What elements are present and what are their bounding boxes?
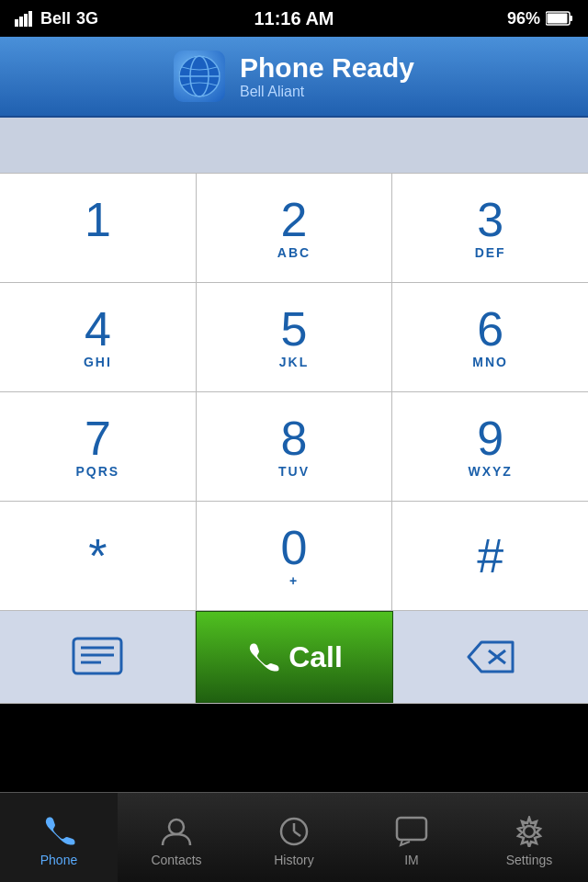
call-label: Call — [288, 640, 343, 674]
display-area — [0, 118, 588, 173]
svg-rect-2 — [24, 14, 28, 27]
voicemail-icon — [72, 635, 123, 679]
dialpad-row-3: 7 PQRS 8 TUV 9 WXYZ — [0, 392, 588, 502]
tab-history[interactable]: History — [235, 793, 353, 882]
key-1[interactable]: 1 — [0, 174, 197, 282]
dialpad: 1 2 ABC 3 DEF 4 GHI 5 JKL 6 MNO 7 PQRS — [0, 173, 588, 704]
backspace-button[interactable] — [393, 611, 588, 703]
key-0[interactable]: 0 + — [197, 502, 393, 610]
header-subtitle: Bell Aliant — [240, 84, 304, 100]
svg-rect-3 — [28, 11, 32, 27]
voicemail-button[interactable] — [0, 611, 196, 703]
backspace-icon — [465, 639, 516, 675]
battery-percent: 96% — [507, 9, 540, 28]
im-tab-icon — [395, 816, 428, 847]
call-button[interactable]: Call — [196, 611, 392, 703]
phone-icon — [246, 640, 279, 673]
phone-tab-icon — [42, 816, 75, 847]
dialpad-row-2: 4 GHI 5 JKL 6 MNO — [0, 283, 588, 392]
header-title: Phone Ready — [240, 52, 414, 84]
tab-phone[interactable]: Phone — [0, 793, 118, 882]
tab-history-label: History — [274, 853, 314, 867]
tab-contacts-label: Contacts — [151, 853, 201, 867]
key-3[interactable]: 3 DEF — [392, 174, 588, 282]
svg-point-22 — [524, 826, 535, 837]
dialpad-row-4: * 0 + # — [0, 502, 588, 611]
tab-settings-label: Settings — [506, 853, 553, 867]
svg-rect-0 — [15, 19, 18, 27]
action-row: Call — [0, 611, 588, 704]
svg-rect-5 — [570, 16, 572, 21]
svg-rect-6 — [548, 14, 568, 24]
svg-rect-1 — [19, 17, 23, 27]
signal-icon — [15, 10, 35, 27]
carrier-label: Bell — [40, 9, 71, 28]
tab-im-label: IM — [404, 853, 419, 867]
tab-settings[interactable]: Settings — [470, 793, 588, 882]
battery-icon — [546, 11, 573, 26]
key-5[interactable]: 5 JKL — [197, 283, 393, 391]
app-header: Phone Ready Bell Aliant — [0, 37, 588, 118]
settings-tab-icon — [513, 816, 546, 847]
tab-im[interactable]: IM — [353, 793, 470, 882]
app-logo — [174, 51, 225, 102]
status-time: 11:16 AM — [254, 8, 334, 29]
svg-line-20 — [294, 831, 300, 836]
key-9[interactable]: 9 WXYZ — [392, 392, 588, 501]
key-2[interactable]: 2 ABC — [197, 174, 393, 282]
network-label: 3G — [76, 9, 98, 28]
key-4[interactable]: 4 GHI — [0, 283, 197, 391]
status-carrier: Bell 3G — [15, 9, 98, 28]
tab-bar: Phone Contacts History IM Settings — [0, 792, 588, 882]
status-bar: Bell 3G 11:16 AM 96% — [0, 0, 588, 37]
history-tab-icon — [278, 816, 310, 847]
key-7[interactable]: 7 PQRS — [0, 392, 197, 501]
globe-icon — [177, 54, 221, 98]
svg-point-17 — [169, 820, 184, 834]
key-6[interactable]: 6 MNO — [392, 283, 588, 391]
dialpad-row-1: 1 2 ABC 3 DEF — [0, 174, 588, 283]
key-star[interactable]: * — [0, 502, 197, 610]
svg-rect-21 — [397, 818, 426, 840]
key-hash[interactable]: # — [392, 502, 588, 610]
tab-phone-label: Phone — [40, 853, 77, 867]
tab-contacts[interactable]: Contacts — [118, 793, 235, 882]
status-battery: 96% — [507, 9, 573, 28]
contacts-tab-icon — [161, 816, 192, 847]
key-8[interactable]: 8 TUV — [197, 392, 393, 501]
header-text-group: Phone Ready Bell Aliant — [240, 52, 414, 100]
